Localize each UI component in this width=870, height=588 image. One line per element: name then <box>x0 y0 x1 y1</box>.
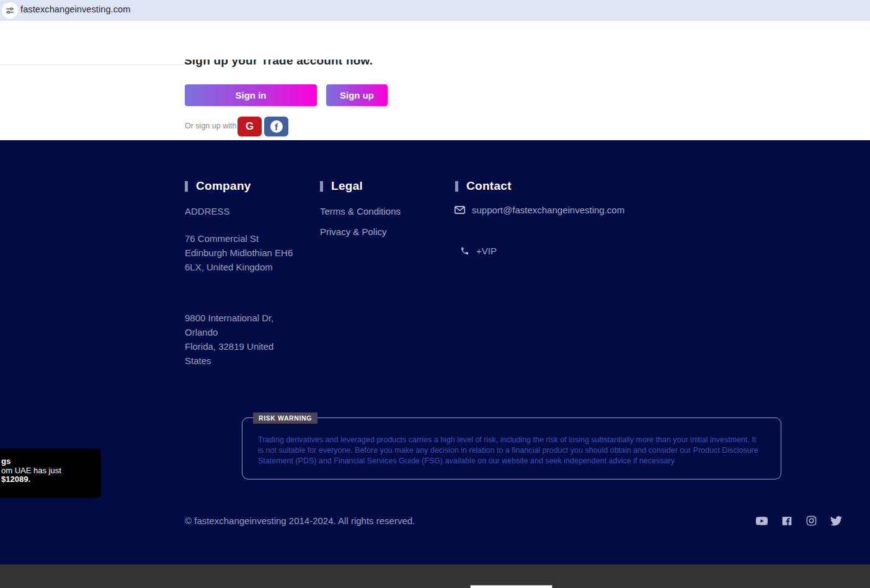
activity-toast[interactable]: gs om UAE has just $12089. <box>0 448 101 498</box>
instagram-icon[interactable] <box>806 515 817 527</box>
contact-email-row[interactable]: support@fastexchangeinvesting.com <box>455 205 624 215</box>
footer: Company ADDRESS 76 Commercial St Edinbur… <box>0 140 870 564</box>
risk-warning-text: Trading derivatives and leveraged produc… <box>258 435 760 466</box>
translate-bar: Select Language <box>0 564 870 588</box>
social-links <box>756 515 842 527</box>
contact-email[interactable]: support@fastexchangeinvesting.com <box>472 205 624 215</box>
google-signup-button[interactable]: G <box>237 117 262 136</box>
google-icon: G <box>246 120 254 133</box>
page: fastexchangeinvesting.com Sign up your T… <box>0 0 870 588</box>
toast-line-1: gs <box>1 457 97 466</box>
heading-bar <box>320 181 323 192</box>
sign-in-button[interactable]: Sign in <box>185 84 317 106</box>
heading-bar <box>455 181 458 192</box>
facebook-social-icon[interactable] <box>781 515 792 527</box>
footer-legal-heading: Legal <box>320 179 363 193</box>
risk-warning-box: RISK WARNING Trading derivatives and lev… <box>242 417 781 479</box>
address-label: ADDRESS <box>185 206 230 216</box>
risk-warning-label: RISK WARNING <box>253 412 317 424</box>
phone-icon <box>460 246 469 256</box>
language-select[interactable]: Select Language <box>470 585 553 588</box>
facebook-signup-button[interactable]: f <box>264 117 288 136</box>
envelope-icon <box>455 206 465 214</box>
twitter-icon[interactable] <box>830 515 842 527</box>
or-sign-up-with-label: Or sign up with <box>185 122 236 130</box>
address-bar-url[interactable]: fastexchangeinvesting.com <box>20 4 130 14</box>
sign-up-button[interactable]: Sign up <box>326 84 388 106</box>
terms-conditions-link[interactable]: Terms & Conditions <box>320 206 401 216</box>
heading-bar <box>185 181 188 192</box>
cta-heading: Sign up your Trade account now. <box>184 60 383 69</box>
copyright-text: © fastexchangeinvesting 2014-2024. All r… <box>185 515 415 526</box>
footer-contact-heading: Contact <box>455 179 512 193</box>
address-uk: 76 Commercial St Edinburgh Midlothian EH… <box>185 231 293 274</box>
browser-address-bar[interactable]: fastexchangeinvesting.com <box>0 0 870 20</box>
privacy-policy-link[interactable]: Privacy & Policy <box>320 226 387 237</box>
site-settings-icon[interactable] <box>2 2 18 19</box>
cta-section: Sign up your Trade account now. Sign in … <box>0 20 870 140</box>
section-divider <box>0 65 184 65</box>
footer-company-heading: Company <box>185 179 251 193</box>
address-us: 9800 International Dr, Orlando Florida, … <box>185 311 273 368</box>
facebook-icon: f <box>270 120 283 133</box>
contact-phone[interactable]: +VIP <box>476 246 497 256</box>
youtube-icon[interactable] <box>756 515 768 527</box>
toast-line-3: $12089. <box>1 475 97 484</box>
contact-phone-row[interactable]: +VIP <box>460 246 497 256</box>
toast-line-2: om UAE has just <box>1 466 97 476</box>
